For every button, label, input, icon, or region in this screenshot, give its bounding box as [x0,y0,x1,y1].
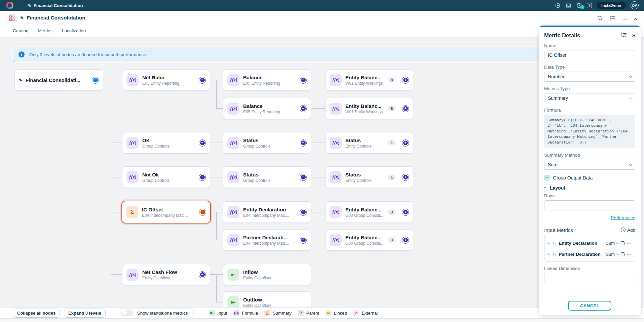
search-icon[interactable] [597,15,603,23]
metric-node[interactable]: ƒ(x) StatusEntity Controls 1 + [325,166,413,188]
formula-icon: ƒ(x) [227,103,239,115]
collapse-node-button[interactable]: − [300,77,307,84]
cancel-button[interactable]: CANCEL [568,301,611,311]
collapse-panel-icon[interactable]: » [632,32,635,39]
collapse-node-button[interactable]: − [199,271,206,278]
expand-levels-button[interactable]: Expand 3 levels [64,309,106,318]
metric-node[interactable]: ƒ(x) Entity Balanc...W01 Entity Workings… [325,98,413,119]
expand-node-button[interactable]: + [402,139,409,147]
collapse-node-button[interactable]: − [300,209,307,216]
favorite-star-icon[interactable]: ☆ [72,15,76,21]
metric-node[interactable]: ⇤ InflowEntity Cashflow [223,264,311,285]
collapse-node-button[interactable]: − [300,139,307,147]
rows-input[interactable] [544,200,635,210]
group-output-checkbox[interactable]: − [544,175,550,180]
metric-node[interactable]: ƒ(x) StatusGroup Controls − [223,132,311,154]
metric-node[interactable]: ƒ(x) Entity Balanc...G00 Group Consoli..… [325,229,413,251]
expand-node-button[interactable]: + [402,209,409,216]
node-subtitle: G00 Group Consoli... [345,241,383,246]
chevron-down-icon [629,96,632,99]
expand-node-button[interactable]: + [402,237,409,244]
app-grid-icon[interactable] [7,13,17,23]
aggregation-value[interactable]: Sum [606,241,615,246]
formula-value[interactable]: Summary(IF(LEFT('FCACCOUNT', 2)="IC", 'E… [544,115,635,148]
collapse-node-button[interactable]: − [199,174,206,181]
metric-node[interactable]: ƒ(x) Net Cash FlowEntity Cashflow − [122,264,210,285]
data-type-select[interactable]: Number [544,72,635,82]
chevron-down-icon[interactable] [547,252,550,255]
chevron-down-icon[interactable] [616,252,619,255]
input-metrics-list: 12 Entity Declaration Sum ⋯ 12 Partner D… [544,236,635,261]
node-subtitle: E04 Intercompany Matc... [243,241,289,246]
group-output-label: Group Output Data [553,175,593,180]
collapse-all-button[interactable]: Collapse all nodes [13,309,60,318]
standalone-metrics-toggle[interactable] [121,310,133,316]
collapse-node-button[interactable]: − [300,174,307,181]
preferences-link[interactable]: Preferences [611,215,635,220]
tab-metrics[interactable]: Metrics [38,28,53,38]
collapse-node-button[interactable]: − [300,105,307,112]
row-more-options-icon[interactable]: ⋯ [627,240,632,246]
collapse-node-button[interactable]: − [300,237,307,244]
page-title-text[interactable]: Financial Consolidation [27,15,85,21]
metric-node[interactable]: ƒ(x) Net RatioE05 Entity Reporting − [122,69,210,91]
row-more-options-icon[interactable]: ⋯ [627,251,632,257]
help-icon[interactable]: ? [587,3,592,8]
layout-section-header[interactable]: Layout [544,185,635,191]
node-title: Entity Balanc... [345,235,383,240]
expand-node-button[interactable]: + [402,174,409,181]
legend-label: Linked [334,311,347,316]
node-title: Status [345,172,372,177]
inbox-icon[interactable] [565,2,571,8]
instademo-button[interactable]: InstaDemo [597,2,626,9]
expand-node-button[interactable]: + [402,105,409,112]
standalone-toggle-group: Show standalone metrics [118,308,194,318]
tab-localization[interactable]: Localization [62,28,86,38]
expand-node-button[interactable]: + [402,77,409,84]
history-icon[interactable]: 0 [576,2,582,8]
open-external-icon[interactable] [621,241,624,245]
user-avatar[interactable]: DV [631,1,639,9]
metric-node[interactable]: ƒ(x) StatusGroup Controls − [223,166,311,188]
linked-dimension-input[interactable] [544,273,635,283]
collapse-node-button[interactable]: − [92,77,99,84]
node-subtitle: Entity Controls [345,144,372,149]
open-external-icon[interactable] [621,252,624,256]
metric-node[interactable]: ƒ(x) Partner Declarati...E04 Intercompan… [223,229,311,251]
metric-node[interactable]: ⇤ OutflowEntity Cashflow [223,291,311,307]
add-input-metric-button[interactable]: +Add [621,228,635,233]
settings-icon[interactable] [555,2,561,8]
children-count-badge: 8 [388,77,395,83]
metrics-type-select[interactable]: Summary [544,93,635,103]
hierarchy-view-icon[interactable] [621,32,627,39]
metric-node[interactable]: ƒ(x) BalanceE05 Entity Reporting − [223,69,311,91]
metric-node[interactable]: ƒ(x) Not OkGroup Controls − [122,166,210,188]
formula-icon: ƒ(x) [330,137,342,149]
root-node[interactable]: ✎Financial Consolidati... − [14,69,103,91]
metric-node[interactable]: ƒ(x) StatusEntity Controls 1 + [325,132,413,154]
metric-node-selected[interactable]: Σ IC OffsetE04 Intercompany Matc... − [121,201,211,224]
input-metric-row[interactable]: 12 Partner Declaration Sum ⋯ [548,249,632,260]
input-metric-row[interactable]: 12 Entity Declaration Sum ⋯ [548,238,632,249]
chevron-down-icon[interactable] [547,241,550,244]
chevron-down-icon[interactable] [616,241,619,244]
collapse-header-icon[interactable] [634,18,637,22]
metric-node[interactable]: ƒ(x) Entity Balanc...G00 Group Consoli..… [325,201,413,223]
list-view-icon[interactable] [610,16,615,22]
formula-icon: ƒ(x) [126,171,139,183]
metric-node[interactable]: ƒ(x) OKGroup Controls − [122,132,210,154]
collapse-node-button[interactable]: − [199,139,206,147]
formula-icon: ƒ(x) [330,206,342,218]
summary-method-select[interactable]: Sum [544,160,635,170]
metric-node[interactable]: ƒ(x) BalanceE05 Entity Reporting − [223,98,311,119]
metric-node[interactable]: ƒ(x) Entity Balanc...W01 Entity Workings… [325,69,413,91]
tab-catalog[interactable]: Catalog [13,28,29,38]
collapse-node-button[interactable]: − [199,209,206,216]
collapse-node-button[interactable]: − [199,77,206,84]
metric-node[interactable]: ƒ(x) Entity DeclarationE04 Intercompany … [223,201,311,223]
name-input[interactable]: IC Offset [544,50,635,60]
node-subtitle: Entity Cashflow [243,303,271,308]
more-options-icon[interactable]: ⋯ [622,16,628,22]
aggregation-value[interactable]: Sum [606,252,615,257]
app-logo[interactable] [6,2,13,9]
